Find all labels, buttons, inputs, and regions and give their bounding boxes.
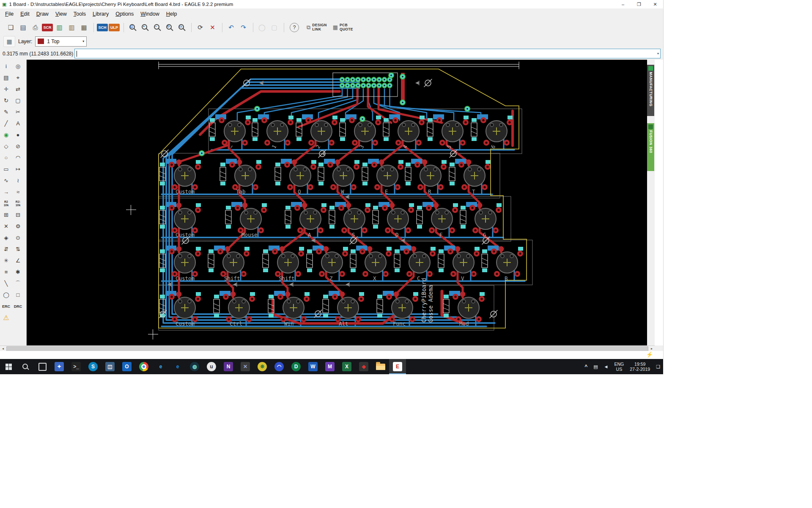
pcb-quote-button[interactable]: ▦PCBQUOTE [333,22,353,33]
errors-tool[interactable]: ⚠ [1,312,11,323]
search-button[interactable] [17,359,34,374]
tab-fusion-360[interactable]: FUSION 360 [647,123,654,171]
rect2-tool[interactable]: □ [13,290,23,300]
info-tool[interactable]: i [1,61,11,72]
network-icon[interactable]: ▤ [590,359,601,374]
route-tool[interactable]: ∿ [1,175,11,186]
zoom-fit-button[interactable]: ◱ [127,22,138,33]
volume-icon[interactable]: ◄ [601,359,612,374]
pinned-app-2[interactable]: ◫ [102,359,118,374]
change-tool[interactable]: ✎ [1,107,11,117]
circle-tool[interactable]: ○ [1,152,11,163]
pinned-app-8[interactable]: D [288,359,304,374]
optimize-tool[interactable]: ≡ [1,267,11,277]
scroll-right-arrow[interactable]: ▸ [649,347,655,351]
menu-edit[interactable]: Edit [17,10,33,18]
erc-tool[interactable]: ERC [1,301,11,312]
menu-draw[interactable]: Draw [33,10,52,18]
menu-tools[interactable]: Tools [70,10,89,18]
pinned-app-edge[interactable]: e [169,359,186,374]
menu-view[interactable]: View [52,10,70,18]
pinned-app-onenote[interactable]: N [220,359,237,374]
board-preview-button[interactable]: ▦ [78,22,90,33]
switch-to-schematic-button[interactable]: SCH [97,24,108,31]
rotate-tool[interactable]: ↻ [1,95,11,106]
line-tool[interactable]: ╲ [1,278,11,289]
pinned-app-skype[interactable]: S [85,359,102,374]
delete-tool[interactable]: ✕ [1,221,11,232]
open-file-button[interactable]: ❏ [5,22,16,33]
zoom-in-button[interactable]: + [139,22,151,33]
language-indicator[interactable]: ENG US [611,359,627,374]
drc-tool[interactable]: DRC [13,301,23,312]
sheet-chart-button[interactable]: ▥ [66,22,77,33]
file-explorer[interactable] [372,359,389,374]
menu-options[interactable]: Options [112,10,137,18]
arc2-tool[interactable]: ⌒ [13,278,23,289]
start-button[interactable] [0,359,17,374]
redraw-button[interactable]: ⟳ [195,22,206,33]
undo-button[interactable]: ↶ [225,22,237,33]
eagle-app[interactable]: E [389,359,406,374]
copy-tool[interactable]: ⊞ [1,210,11,220]
circle2-tool[interactable]: ◯ [1,290,11,300]
clock[interactable]: 19:59 27-2-2019 [627,359,653,374]
layer-dropdown[interactable]: 1 Top ▾ [35,36,87,47]
via-tool[interactable]: ◉ [1,130,11,140]
pinned-app-5[interactable]: ✕ [237,359,254,374]
hidden-icons-chevron[interactable]: ^ [582,359,590,374]
save-button[interactable]: ▤ [17,22,29,33]
text-tool[interactable]: A [13,118,23,129]
meander-tool[interactable]: ≈ [13,187,23,197]
pinned-app-chrome[interactable] [135,359,152,374]
name-tool[interactable]: ◈ [1,232,11,243]
mark-tool[interactable]: ⌖ [13,72,23,83]
stop-command-button[interactable]: ✕ [207,22,218,33]
pinned-app-10[interactable]: ◆ [355,359,372,374]
help-button[interactable]: ? [290,23,299,32]
ripup-tool[interactable]: ≀ [13,175,23,186]
close-button[interactable]: ✕ [647,0,663,8]
show-tool[interactable]: ◎ [13,61,23,72]
pinned-app-6[interactable]: ❋ [254,359,271,374]
dimension-tool[interactable]: ↦ [13,164,23,174]
tools-tool[interactable]: ⚙ [13,221,23,232]
wire-tool[interactable]: ╱ [1,118,11,129]
tab-manufacturing[interactable]: MANUFACTURING [647,65,654,116]
redo-button[interactable]: ↷ [238,22,249,33]
maximize-button[interactable]: ❐ [631,0,647,8]
scrollbar-thumb[interactable] [6,346,648,351]
print-button[interactable]: ⎙ [30,22,41,33]
pinned-app-9[interactable]: M [321,359,338,374]
gateswap-tool[interactable]: ⇅ [13,244,23,254]
zoom-redraw-button[interactable]: ↻ [164,22,175,33]
action-center-icon[interactable]: ❏ [653,359,663,374]
pinned-app-4[interactable]: u [203,359,220,374]
pinned-app-excel[interactable]: X [338,359,355,374]
signal-tool[interactable]: → [1,187,11,197]
menu-help[interactable]: Help [163,10,181,18]
pinned-app-word[interactable]: W [304,359,321,374]
arc-tool[interactable]: ◠ [13,152,23,163]
cut-tool[interactable]: ✂ [13,107,23,117]
display-layers-tool[interactable]: ▤ [1,72,11,83]
run-ulp-button[interactable]: ULP [109,24,120,31]
polygon-tool[interactable]: ◇ [1,141,11,152]
design-link-button[interactable]: ⧉DESIGNLINK [307,22,327,33]
group-tool[interactable]: ▢ [13,95,23,106]
replace-tool[interactable]: R210k [1,198,11,209]
lock-tool[interactable]: ⊙ [13,232,23,243]
menu-library[interactable]: Library [89,10,112,18]
command-history-caret-icon[interactable]: ▾ [657,52,659,55]
board-canvas[interactable]: ~123456CustomTabQWERTCustomMouseASDFGCus… [27,60,647,345]
zoom-select-button[interactable]: ▭ [176,22,187,33]
move-tool[interactable]: ✛ [1,84,11,94]
pinned-app-ie[interactable]: e [152,359,169,374]
pinned-app-outlook[interactable]: O [118,359,135,374]
ratsnest-tool[interactable]: ✱ [13,267,23,277]
grid-settings-button[interactable]: ▦ [3,36,15,47]
paste-tool[interactable]: ⊟ [13,210,23,220]
command-input[interactable]: ▾ [74,49,661,58]
minimize-button[interactable]: – [615,0,631,8]
value-tool[interactable]: R2:10k [13,198,23,209]
